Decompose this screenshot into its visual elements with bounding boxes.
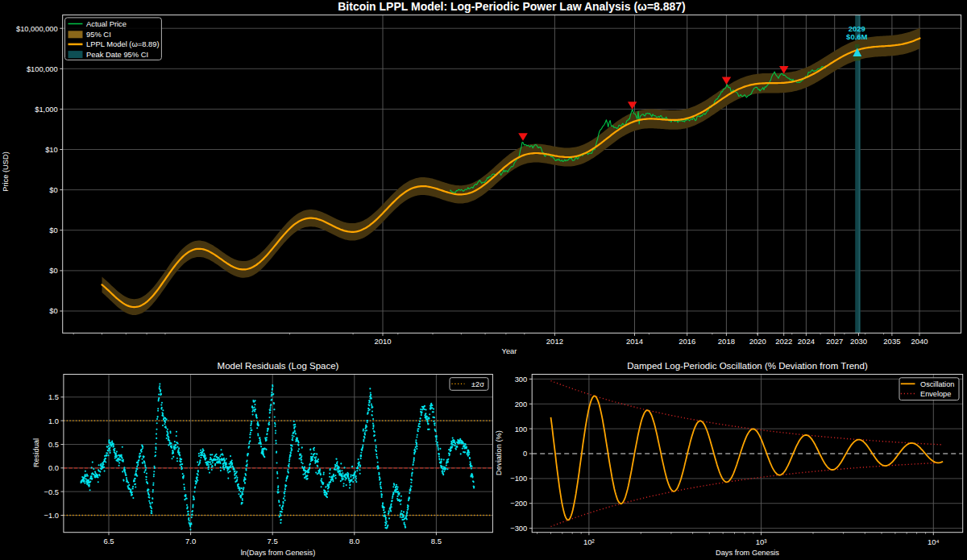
svg-text:8.5: 8.5 <box>431 537 442 545</box>
svg-text:2010: 2010 <box>374 337 391 346</box>
svg-text:−0.5: −0.5 <box>44 488 59 496</box>
svg-text:$0: $0 <box>49 267 57 275</box>
svg-text:2016: 2016 <box>679 337 695 346</box>
svg-text:±2σ: ±2σ <box>471 380 484 388</box>
svg-text:200: 200 <box>515 400 528 409</box>
svg-text:0.5: 0.5 <box>48 441 59 449</box>
svg-text:$0: $0 <box>49 226 57 234</box>
svg-text:$10: $10 <box>45 146 58 154</box>
svg-text:Year: Year <box>502 347 517 355</box>
svg-text:−200: −200 <box>510 500 527 508</box>
svg-text:0: 0 <box>523 450 527 458</box>
svg-text:$0.6M: $0.6M <box>846 32 867 41</box>
svg-text:Deviation (%): Deviation (%) <box>495 430 503 475</box>
svg-text:1.0: 1.0 <box>48 417 59 425</box>
svg-text:7.5: 7.5 <box>268 537 278 545</box>
svg-text:Envelope: Envelope <box>920 390 951 398</box>
svg-text:Model Residuals (Log Space): Model Residuals (Log Space) <box>218 361 339 371</box>
svg-text:300: 300 <box>515 375 528 384</box>
svg-text:1.5: 1.5 <box>48 393 59 401</box>
svg-text:2022: 2022 <box>775 337 792 346</box>
svg-text:95% CI: 95% CI <box>86 30 111 39</box>
svg-text:Oscillation: Oscillation <box>920 380 954 388</box>
svg-text:Damped Log-Periodic Oscillatio: Damped Log-Periodic Oscillation (% Devia… <box>627 361 868 371</box>
svg-text:0.0: 0.0 <box>48 464 59 472</box>
svg-text:$100,000: $100,000 <box>27 65 58 73</box>
svg-text:$0: $0 <box>49 186 57 194</box>
svg-text:$1,000: $1,000 <box>35 106 57 114</box>
svg-text:6.5: 6.5 <box>103 537 114 545</box>
svg-text:−1.0: −1.0 <box>44 512 59 520</box>
svg-text:2014: 2014 <box>626 337 643 346</box>
svg-text:Actual Price: Actual Price <box>86 19 127 28</box>
svg-text:Price (USD): Price (USD) <box>2 151 10 192</box>
svg-text:10⁴: 10⁴ <box>928 537 940 546</box>
svg-text:7.0: 7.0 <box>185 537 196 545</box>
svg-text:100: 100 <box>515 425 528 433</box>
svg-text:2027: 2027 <box>826 337 843 346</box>
svg-text:Bitcoin LPPL Model: Log-Period: Bitcoin LPPL Model: Log-Periodic Power L… <box>338 0 686 13</box>
svg-text:$0: $0 <box>49 307 57 315</box>
svg-text:LPPL Model (ω=8.89): LPPL Model (ω=8.89) <box>86 39 160 48</box>
svg-text:Days from Genesis: Days from Genesis <box>716 549 779 557</box>
svg-text:ln(Days from Genesis): ln(Days from Genesis) <box>241 549 315 557</box>
svg-text:Residual: Residual <box>32 438 40 467</box>
svg-text:$10,000,000: $10,000,000 <box>16 25 58 33</box>
svg-text:2018: 2018 <box>718 337 735 346</box>
svg-text:8.0: 8.0 <box>349 537 359 545</box>
svg-text:2035: 2035 <box>883 337 900 346</box>
svg-text:−300: −300 <box>510 525 527 533</box>
svg-text:2024: 2024 <box>798 337 815 346</box>
svg-text:10³: 10³ <box>756 537 767 546</box>
svg-text:2020: 2020 <box>749 337 766 346</box>
svg-text:2030: 2030 <box>850 337 867 346</box>
svg-text:10²: 10² <box>583 537 595 546</box>
svg-text:Peak Date 95% CI: Peak Date 95% CI <box>86 50 148 59</box>
svg-text:2040: 2040 <box>911 337 928 346</box>
svg-text:−100: −100 <box>510 475 527 483</box>
svg-text:2012: 2012 <box>546 337 563 346</box>
